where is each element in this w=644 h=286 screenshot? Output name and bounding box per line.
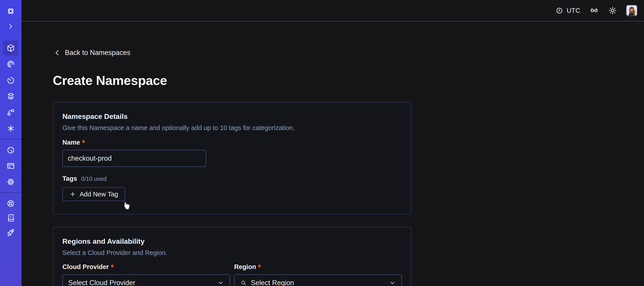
nexus-asterisk-icon [6, 124, 15, 133]
region-field: Region Select Region [234, 263, 402, 286]
sidebar-item-usage[interactable] [6, 145, 16, 155]
page-title: Create Namespace [53, 73, 167, 88]
sidebar-item-support[interactable] [6, 199, 16, 209]
sidebar-item-billing[interactable] [6, 161, 16, 171]
topbar: UTC [22, 0, 644, 21]
back-link-label: Back to Namespaces [65, 49, 130, 57]
sidebar-expand-chevron-icon[interactable] [6, 21, 16, 31]
add-new-tag-button[interactable]: Add New Tag [62, 187, 125, 201]
chevron-left-icon [54, 49, 61, 56]
namespace-details-card: Namespace Details Give this Namespace a … [53, 102, 411, 215]
tags-counter: 0/10 used [81, 175, 107, 182]
sidebar-item-nexus[interactable] [6, 124, 16, 133]
clock-icon [555, 6, 564, 15]
usage-gauge-icon [6, 145, 16, 155]
regions-availability-card: Regions and Availability Select a Cloud … [53, 227, 411, 286]
docs-book-icon [6, 213, 15, 222]
search-icon [240, 279, 247, 286]
workflows-spiral-icon [6, 59, 16, 69]
sidebar-item-docs[interactable] [6, 213, 16, 223]
name-label: Name [62, 139, 80, 146]
theme-sun-icon[interactable] [608, 6, 617, 15]
card-description: Give this Namespace a name and optionall… [62, 124, 402, 132]
main-content: Back to Namespaces Create Namespace Name… [22, 22, 644, 286]
sidebar [0, 0, 22, 286]
back-to-namespaces-link[interactable]: Back to Namespaces [54, 49, 130, 57]
chevron-down-icon [217, 279, 224, 286]
sidebar-divider [0, 139, 22, 139]
batch-operations-branch-icon [6, 108, 16, 117]
region-placeholder: Select Region [251, 279, 385, 286]
add-new-tag-label: Add New Tag [80, 191, 118, 198]
region-label: Region [234, 263, 256, 271]
namespace-name-input[interactable] [62, 150, 206, 167]
support-lifebuoy-icon [6, 199, 16, 208]
chevron-down-icon [389, 279, 396, 286]
card-description: Select a Cloud Provider and Region. [62, 249, 402, 257]
plus-icon [69, 191, 76, 198]
labs-glasses-icon[interactable] [589, 5, 599, 15]
getting-started-rocket-icon [6, 228, 16, 237]
schedules-timer-icon [6, 76, 16, 85]
sidebar-divider [0, 192, 22, 193]
tags-label: Tags [62, 175, 77, 182]
cloud-provider-placeholder: Select Cloud Provider [68, 279, 214, 286]
sidebar-item-deployments[interactable] [6, 92, 16, 101]
region-select[interactable]: Select Region [234, 274, 402, 286]
settings-gear-icon [6, 177, 16, 187]
billing-card-icon [6, 161, 16, 171]
namespaces-cube-icon [6, 43, 16, 53]
cloud-provider-field: Cloud Provider Select Cloud Provider [62, 263, 230, 286]
cloud-provider-select[interactable]: Select Cloud Provider [62, 274, 230, 286]
card-title: Regions and Availability [62, 237, 402, 246]
sidebar-item-workflows[interactable] [6, 59, 16, 69]
temporal-logo[interactable] [6, 6, 16, 16]
cloud-provider-label: Cloud Provider [62, 263, 109, 271]
sidebar-item-schedules[interactable] [6, 75, 16, 85]
required-dot [82, 140, 85, 143]
sidebar-item-batch-operations[interactable] [6, 107, 16, 117]
timezone-label: UTC [567, 7, 580, 14]
deployments-layers-icon [6, 92, 16, 101]
required-dot [111, 265, 114, 268]
sidebar-item-getting-started[interactable] [6, 228, 16, 238]
avatar[interactable] [626, 5, 637, 16]
sidebar-item-namespaces[interactable] [6, 43, 16, 53]
card-title: Namespace Details [62, 112, 402, 121]
required-dot [258, 265, 261, 268]
sidebar-item-settings[interactable] [6, 177, 16, 187]
timezone-selector[interactable]: UTC [555, 6, 580, 15]
